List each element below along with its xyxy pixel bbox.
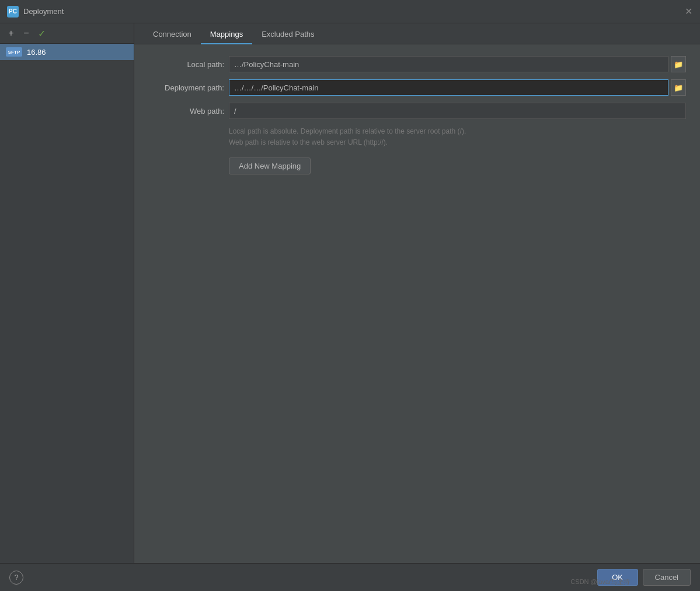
- tab-connection[interactable]: Connection: [144, 25, 201, 44]
- tab-excluded-paths[interactable]: Excluded Paths: [252, 25, 323, 44]
- sidebar: + − ✓ SFTP 16.86: [0, 23, 134, 563]
- apply-button[interactable]: ✓: [35, 27, 48, 40]
- main-area: + − ✓ SFTP 16.86 Connection Mappings Exc…: [0, 23, 700, 563]
- deployment-dialog: PC Deployment ✕ + − ✓ SFTP 16.86 Connect…: [0, 0, 700, 591]
- web-path-label: Web path:: [148, 107, 224, 116]
- local-path-input[interactable]: [229, 56, 668, 72]
- deployment-path-label: Deployment path:: [148, 83, 224, 92]
- tab-mappings[interactable]: Mappings: [201, 25, 252, 44]
- hint-text: Local path is absolute. Deployment path …: [229, 126, 686, 148]
- bottom-right-buttons: OK Cancel: [597, 569, 691, 586]
- add-server-button[interactable]: +: [5, 27, 18, 40]
- sftp-icon: SFTP: [6, 47, 22, 57]
- remove-server-button[interactable]: −: [20, 27, 33, 40]
- local-path-row: Local path: 📁: [148, 56, 686, 72]
- web-path-input-wrap: [229, 103, 686, 119]
- mappings-form: Local path: 📁 Deployment path:: [134, 44, 700, 563]
- deployment-path-browse-button[interactable]: 📁: [671, 79, 686, 96]
- folder-icon-2: 📁: [674, 83, 683, 92]
- help-button[interactable]: ?: [9, 571, 23, 585]
- add-new-mapping-button[interactable]: Add New Mapping: [229, 158, 311, 174]
- cancel-button[interactable]: Cancel: [643, 569, 691, 586]
- deployment-path-input[interactable]: [229, 79, 668, 96]
- bottom-bar: ? OK Cancel: [0, 563, 700, 591]
- sidebar-toolbar: + − ✓: [0, 23, 134, 44]
- local-path-label: Local path:: [148, 60, 224, 69]
- title-bar: PC Deployment ✕: [0, 0, 700, 23]
- content-area: Connection Mappings Excluded Paths Local…: [134, 23, 700, 563]
- deployment-path-input-wrap: 📁: [229, 79, 686, 96]
- folder-icon: 📁: [674, 60, 683, 69]
- web-path-input[interactable]: [229, 103, 686, 119]
- tabs-bar: Connection Mappings Excluded Paths: [134, 23, 700, 44]
- local-path-browse-button[interactable]: 📁: [671, 56, 686, 72]
- local-path-input-wrap: 📁: [229, 56, 686, 72]
- server-item[interactable]: SFTP 16.86: [0, 44, 134, 60]
- window-title: Deployment: [23, 7, 679, 16]
- deployment-path-row: Deployment path: 📁: [148, 79, 686, 96]
- app-icon: PC: [7, 6, 19, 18]
- web-path-row: Web path:: [148, 103, 686, 119]
- server-name: 16.86: [27, 48, 46, 57]
- ok-button[interactable]: OK: [597, 569, 638, 586]
- close-button[interactable]: ✕: [684, 7, 693, 16]
